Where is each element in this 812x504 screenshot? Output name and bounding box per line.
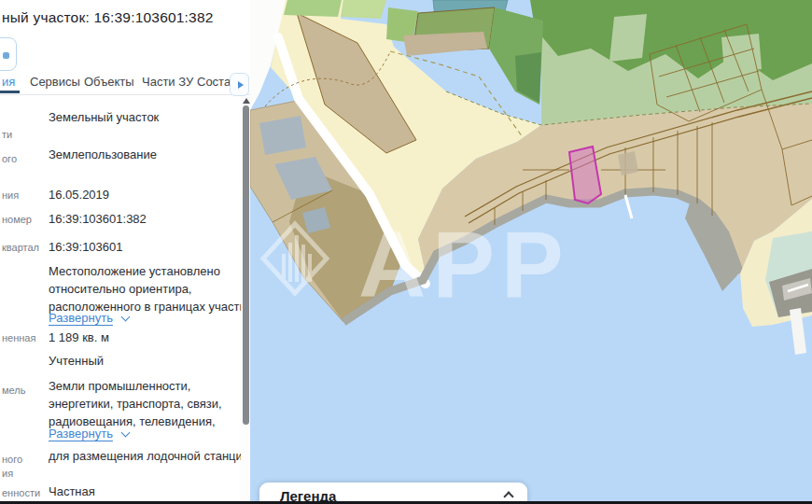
chevron-down-icon bbox=[120, 313, 130, 322]
field-value: 16.05.2019 bbox=[49, 186, 245, 203]
map-forest-sage-patch bbox=[721, 34, 762, 73]
field-value: 16:39:103601:382 bbox=[49, 210, 245, 228]
parcel-info-panel: ный участок: 16:39:103601:382 ия Сервисы… bbox=[0, 0, 250, 504]
field-value: 1 189 кв. м bbox=[49, 329, 245, 346]
map-container: APP Легенда bbox=[250, 0, 812, 504]
field-label: ого bbox=[2, 153, 17, 164]
field-label: ия bbox=[2, 468, 13, 479]
map-building bbox=[618, 151, 638, 175]
expand-link[interactable]: Развернуть bbox=[49, 427, 129, 441]
field-label: ненная bbox=[2, 332, 35, 343]
chevron-up-icon[interactable] bbox=[503, 491, 513, 501]
field-label: енности bbox=[2, 487, 40, 498]
field-value: Земли промышленности, энергетики, трансп… bbox=[49, 377, 241, 430]
chevron-down-icon bbox=[120, 428, 130, 438]
field-value: для размещения лодочной станции bbox=[49, 447, 250, 465]
expand-link[interactable]: Развернуть bbox=[49, 311, 129, 325]
app-window: ный участок: 16:39:103601:382 ия Сервисы… bbox=[0, 0, 812, 504]
field-value: 16:39:103601 bbox=[49, 238, 245, 256]
field-label: номер bbox=[2, 214, 32, 225]
map-green-strip bbox=[341, 0, 386, 19]
field-label: ния bbox=[2, 189, 19, 201]
panel-scrollbar-thumb[interactable] bbox=[243, 105, 249, 425]
field-value: Землепользование bbox=[49, 146, 245, 163]
watermark-text: APP bbox=[358, 212, 570, 316]
map-green-strip bbox=[284, 0, 342, 17]
field-value: Учтенный bbox=[49, 352, 245, 370]
field-value: Земельный участок bbox=[49, 108, 245, 126]
field-label: мель bbox=[2, 385, 25, 396]
field-label: ного bbox=[2, 454, 22, 465]
field-value: Частная bbox=[49, 483, 245, 500]
map-canvas[interactable]: APP bbox=[250, 0, 812, 504]
field-value: Местоположение установлено относительно … bbox=[49, 262, 250, 315]
map-forest-sage-patch bbox=[609, 14, 647, 62]
parcel-attributes: ти Земельный участок ого Землепользовани… bbox=[0, 0, 241, 504]
field-label: ти bbox=[2, 129, 12, 140]
field-label: квартал bbox=[2, 242, 39, 253]
scrollbar-up-icon[interactable] bbox=[243, 98, 250, 104]
